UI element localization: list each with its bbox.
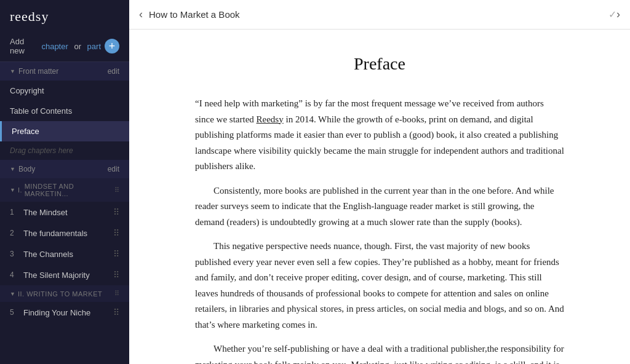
reedsy-link[interactable]: Reedsy — [257, 114, 284, 124]
or-label: or — [72, 42, 84, 51]
copyright-label: Copyright — [10, 86, 119, 95]
check-icon: ✓ — [608, 9, 616, 20]
paragraph-1: “I need help with marketing” is by far t… — [195, 96, 564, 175]
part-ii-num: II. — [18, 290, 25, 298]
body-section: ▼ Body edit — [0, 160, 129, 178]
sidebar-item-toc[interactable]: Table of Contents — [0, 101, 129, 121]
item-1-label: The Mindset — [23, 208, 113, 217]
paragraph-2: Consistently, more books are published i… — [195, 183, 564, 231]
item-1-num: 1 — [10, 208, 20, 216]
item-2-drag[interactable]: ⠿ — [113, 228, 119, 238]
chapter-body: “I need help with marketing” is by far t… — [195, 96, 564, 364]
item-4-drag[interactable]: ⠿ — [113, 270, 119, 280]
topbar: ‹ How to Market a Book ✓ › — [129, 0, 630, 30]
part-ii-section: ▼ II. WRITING TO MARKET ⠿ — [0, 285, 129, 302]
forward-button[interactable]: › — [616, 8, 620, 21]
item-4-num: 4 — [10, 271, 20, 279]
front-matter-edit-button[interactable]: edit — [108, 67, 119, 76]
app-logo: reedsy — [0, 0, 129, 31]
sidebar-item-copyright[interactable]: Copyright — [0, 81, 129, 101]
body-edit-button[interactable]: edit — [108, 165, 119, 173]
part-ii-triangle: ▼ — [10, 291, 15, 297]
document-title: How to Market a Book — [149, 9, 604, 20]
part-ii-label: WRITING TO MARKET — [26, 290, 102, 298]
toc-label: Table of Contents — [10, 106, 119, 116]
part-i-triangle: ▼ — [10, 187, 15, 193]
body-triangle-icon: ▼ — [10, 166, 15, 172]
paragraph-3: This negative perspective needs nuance, … — [195, 239, 564, 333]
part-i-num: I. — [18, 186, 22, 194]
item-3-num: 3 — [10, 250, 20, 258]
drag-hint: Drag chapters here — [0, 141, 129, 160]
part-link[interactable]: part — [87, 42, 101, 51]
preface-label: Preface — [12, 127, 119, 136]
part-i-label: MINDSET AND MARKETIN... — [25, 183, 114, 197]
item-5-drag[interactable]: ⠿ — [113, 307, 119, 317]
chapter-link[interactable]: chapter — [41, 42, 68, 51]
main-area: ‹ How to Market a Book ✓ › Preface “I ne… — [129, 0, 630, 364]
chapter-title: Preface — [178, 54, 581, 74]
sidebar-item-5[interactable]: 5 Finding Your Niche ⠿ — [0, 302, 129, 323]
back-button[interactable]: ‹ — [139, 8, 143, 21]
front-matter-label: Front matter — [18, 67, 58, 76]
sidebar: reedsy Add new chapter or part + ▼ Front… — [0, 0, 129, 364]
sidebar-item-2[interactable]: 2 The fundamentals ⠿ — [0, 223, 129, 243]
content-area: Preface “I need help with marketing” is … — [129, 30, 630, 364]
item-4-label: The Silent Majority — [23, 271, 113, 280]
item-2-label: The fundamentals — [23, 229, 113, 238]
part-i-drag-handle[interactable]: ⠿ — [114, 186, 120, 194]
item-1-drag[interactable]: ⠿ — [113, 207, 119, 217]
item-3-label: The Channels — [23, 250, 113, 259]
part-i-section: ▼ I. MINDSET AND MARKETIN... ⠿ — [0, 178, 129, 202]
front-matter-section: ▼ Front matter edit — [0, 62, 129, 81]
sidebar-item-1[interactable]: 1 The Mindset ⠿ — [0, 202, 129, 223]
body-label: Body — [18, 165, 35, 173]
paragraph-4: Whether you’re self-publishing or have a… — [195, 341, 564, 364]
part-ii-drag-handle[interactable]: ⠿ — [114, 290, 120, 298]
item-5-label: Finding Your Niche — [23, 308, 113, 317]
item-3-drag[interactable]: ⠿ — [113, 249, 119, 259]
item-5-num: 5 — [10, 308, 20, 317]
sidebar-item-4[interactable]: 4 The Silent Majority ⠿ — [0, 264, 129, 285]
item-2-num: 2 — [10, 229, 20, 237]
add-new-label: Add new — [10, 37, 38, 55]
add-plus-button[interactable]: + — [105, 39, 119, 53]
add-chapter-bar: Add new chapter or part + — [0, 31, 129, 62]
triangle-icon: ▼ — [10, 68, 15, 74]
sidebar-item-3[interactable]: 3 The Channels ⠿ — [0, 243, 129, 264]
sidebar-item-preface[interactable]: Preface — [0, 121, 129, 141]
